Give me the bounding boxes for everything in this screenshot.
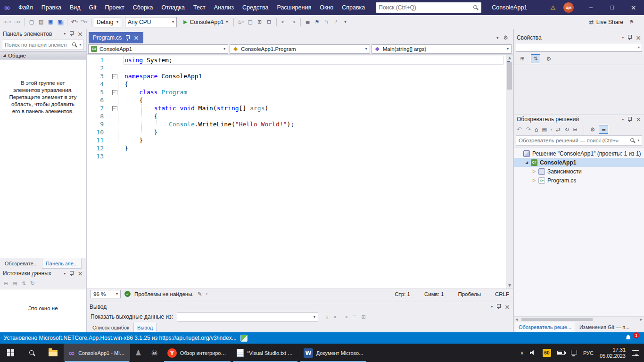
solution-tree[interactable]: Решение "ConsoleApp1" (проекты: 1 из 1) …: [514, 147, 644, 316]
chevron-down-icon[interactable]: [79, 43, 81, 47]
previous-bookmark-button[interactable]: [322, 16, 331, 28]
alphabetical-sort-button[interactable]: [531, 54, 540, 63]
scrollbar-thumb[interactable]: [521, 318, 593, 321]
close-icon[interactable]: [504, 303, 510, 311]
configure-icon[interactable]: [22, 280, 26, 287]
dock-tab[interactable]: Панель эле...: [42, 258, 82, 269]
edit-dataset-icon[interactable]: [12, 280, 17, 287]
redo-button[interactable]: [79, 16, 89, 28]
tree-item[interactable]: Program.cs: [514, 176, 644, 185]
status-spaces[interactable]: Пробелы: [458, 291, 481, 297]
quick-search-box[interactable]: [376, 2, 481, 13]
battery-icon[interactable]: [557, 351, 565, 355]
gear-icon[interactable]: [503, 34, 508, 41]
decrease-indent-button[interactable]: [279, 16, 289, 28]
configuration-dropdown[interactable]: Debug: [94, 17, 121, 27]
fold-marker[interactable]: [107, 120, 124, 128]
back-icon[interactable]: [517, 126, 522, 133]
fold-marker[interactable]: [107, 88, 124, 96]
breadcrumb-dropdown[interactable]: ConsoleApp1: [88, 44, 228, 54]
menu-item[interactable]: Средства: [238, 2, 272, 13]
save-button[interactable]: [46, 16, 55, 28]
taskbar-search-button[interactable]: [21, 344, 42, 362]
menu-item[interactable]: Отладка: [157, 2, 189, 13]
menu-item[interactable]: Окно: [315, 2, 338, 13]
scroll-left-icon[interactable]: ◀: [514, 318, 520, 321]
next-bookmark-button[interactable]: [331, 16, 341, 28]
fold-marker[interactable]: [107, 144, 124, 152]
file-explorer-button[interactable]: [42, 344, 64, 362]
pin-icon[interactable]: [627, 34, 632, 41]
network-icon[interactable]: [571, 350, 577, 354]
fold-marker[interactable]: [107, 72, 124, 80]
menu-item[interactable]: Проект: [101, 2, 129, 13]
open-file-button[interactable]: [36, 16, 46, 28]
notification-warning-icon[interactable]: [550, 4, 556, 11]
word-wrap-icon[interactable]: [352, 313, 357, 320]
minimize-button[interactable]: [580, 0, 602, 15]
notifications-bell-icon[interactable]: [625, 334, 632, 342]
output-header[interactable]: Вывод: [87, 302, 513, 311]
solution-explorer-search-input[interactable]: [519, 138, 628, 143]
chevron-down-icon[interactable]: [551, 128, 553, 132]
add-data-source-icon[interactable]: [4, 280, 8, 287]
navigate-back-button[interactable]: [3, 16, 12, 28]
hot-reload-button[interactable]: [236, 16, 246, 28]
tree-item[interactable]: Решение "ConsoleApp1" (проекты: 1 из 1): [514, 149, 644, 158]
menu-item[interactable]: Файл: [14, 2, 37, 13]
properties-icon[interactable]: [590, 126, 595, 133]
scroll-right-icon[interactable]: ▶: [638, 318, 644, 321]
scroll-up-icon[interactable]: ▲: [506, 56, 513, 60]
fold-marker[interactable]: [107, 104, 124, 112]
zoom-dropdown[interactable]: 96 %: [91, 290, 121, 298]
navigate-forward-button[interactable]: [12, 16, 22, 28]
clock[interactable]: 17:31 05.02.2023: [600, 347, 626, 359]
edit-mode-icon[interactable]: [198, 291, 202, 297]
speaker-icon[interactable]: [530, 350, 537, 356]
tree-item[interactable]: ConsoleApp1: [514, 158, 644, 167]
breadcrumb-dropdown[interactable]: ConsoleApp1.Program: [230, 44, 370, 54]
properties-header[interactable]: Свойства: [514, 33, 644, 42]
close-button[interactable]: [623, 0, 644, 15]
pin-icon[interactable]: [496, 304, 501, 310]
dock-tab[interactable]: Изменения Git — п...: [576, 322, 633, 332]
tree-expander-icon[interactable]: [533, 169, 538, 173]
toolbox-search-box[interactable]: [2, 40, 84, 50]
tab-list-dropdown-icon[interactable]: [496, 36, 498, 40]
fold-marker[interactable]: [107, 112, 124, 120]
grid-button[interactable]: [255, 16, 264, 28]
dock-tab[interactable]: Обозреватель реше...: [515, 322, 575, 332]
panel-tab[interactable]: Список ошибок: [89, 322, 133, 332]
undo-button[interactable]: [70, 16, 79, 28]
menu-item[interactable]: Тест: [189, 2, 210, 13]
chevron-down-icon[interactable]: [622, 35, 624, 40]
fold-marker[interactable]: [107, 80, 124, 88]
tree-expander-icon[interactable]: [525, 160, 531, 165]
forward-icon[interactable]: [526, 126, 531, 133]
scrollbar-thumb[interactable]: [507, 62, 512, 90]
chevron-down-icon[interactable]: [206, 292, 208, 296]
language-indicator[interactable]: РУС: [583, 350, 594, 356]
bookmark-button[interactable]: [313, 16, 322, 28]
fold-marker[interactable]: [107, 64, 124, 72]
document-tab-programcs[interactable]: Program.cs: [89, 32, 143, 43]
taskbar-app[interactable]: Документ Microso...: [299, 344, 368, 362]
battery-percent-tile[interactable]: 60: [543, 349, 551, 357]
code-editor[interactable]: 1 using System; 2 3 namespace ConsoleApp…: [87, 55, 513, 288]
fold-marker[interactable]: [107, 136, 124, 144]
pin-icon[interactable]: [69, 31, 74, 37]
solution-explorer-header[interactable]: Обозреватель решений: [514, 115, 644, 123]
close-icon[interactable]: [636, 34, 641, 41]
taskbar-app[interactable]: ConsoleApp1 - Mic...: [64, 344, 130, 362]
scroll-down-icon[interactable]: ▼: [506, 283, 513, 288]
home-icon[interactable]: [535, 126, 538, 133]
start-button[interactable]: [0, 344, 21, 362]
avatar[interactable]: ЦМ: [563, 2, 574, 13]
data-sources-header[interactable]: Источники данных: [0, 269, 86, 278]
tree-expander-icon[interactable]: [533, 178, 538, 182]
comment-button[interactable]: [303, 16, 313, 28]
switch-views-icon[interactable]: [542, 126, 546, 132]
collapse-button[interactable]: [264, 16, 274, 28]
property-pages-button[interactable]: [544, 54, 553, 63]
message-list-icon[interactable]: [325, 314, 329, 320]
